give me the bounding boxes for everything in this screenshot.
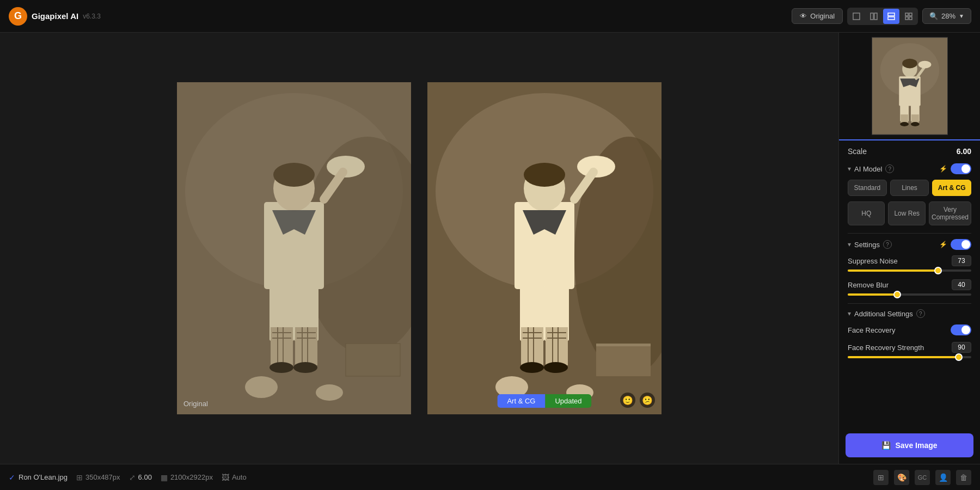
- svg-rect-8: [909, 17, 912, 20]
- ai-model-row2: HQ Low Res Very Compressed: [848, 201, 971, 225]
- face-icons: 🙂 😕: [620, 393, 655, 408]
- color-button[interactable]: 🎨: [894, 470, 909, 485]
- suppress-noise-label: Suppress Noise: [848, 257, 898, 265]
- ai-model-help-button[interactable]: ?: [885, 164, 894, 173]
- output-icon: ▦: [161, 473, 168, 482]
- model-lowres-button[interactable]: Low Res: [888, 201, 925, 225]
- auto-stat: 🖼 Auto: [222, 473, 247, 482]
- zoom-chevron-icon: ▼: [959, 13, 964, 19]
- eye-icon: 👁: [800, 12, 807, 20]
- single-view-icon: [853, 13, 860, 20]
- svg-rect-5: [905, 13, 908, 16]
- model-hq-button[interactable]: HQ: [848, 201, 885, 225]
- settings-chevron-icon: ▾: [848, 241, 851, 248]
- face-recovery-strength-thumb[interactable]: [955, 353, 963, 361]
- svg-point-68: [902, 59, 917, 69]
- thumbnail-area: [839, 33, 980, 140]
- ai-model-toggle[interactable]: [951, 163, 971, 174]
- original-button[interactable]: 👁 Original: [792, 8, 843, 24]
- save-icon: 💾: [881, 441, 891, 450]
- svg-rect-62: [596, 344, 651, 346]
- additional-settings-header[interactable]: ▾ Additional Settings ?: [848, 309, 971, 318]
- remove-blur-value[interactable]: 40: [952, 279, 971, 290]
- model-verycompressed-button[interactable]: Very Compressed: [929, 201, 971, 225]
- main-content: Original: [0, 33, 980, 464]
- view-quad-button[interactable]: [901, 9, 917, 24]
- suppress-noise-thumb[interactable]: [934, 267, 942, 274]
- output-size: 2100x2922px: [170, 473, 213, 481]
- scale-label: Scale: [848, 147, 867, 156]
- suppress-noise-value[interactable]: 73: [952, 255, 971, 266]
- svg-rect-37: [177, 82, 411, 414]
- scale-value: 6.00: [957, 147, 971, 156]
- app-logo: G: [9, 7, 27, 26]
- face-recovery-strength-value[interactable]: 90: [952, 342, 971, 353]
- person-button[interactable]: 👤: [935, 470, 951, 485]
- logo-area: G Gigapixel AI v6.3.3: [9, 7, 101, 26]
- settings-toggle[interactable]: [951, 239, 971, 250]
- divider-2: [848, 303, 971, 304]
- model-standard-button[interactable]: Standard: [848, 180, 887, 196]
- model-artcg-button[interactable]: Art & CG: [932, 180, 971, 196]
- face-recovery-strength-track[interactable]: [848, 356, 971, 358]
- split-v-icon: [887, 13, 895, 20]
- original-size: 350x487px: [85, 473, 120, 481]
- scale-stat-value: 6.00: [138, 473, 152, 481]
- settings-help-button[interactable]: ?: [883, 240, 892, 249]
- ai-model-lightning-icon: ⚡: [939, 165, 947, 173]
- divider-1: [848, 233, 971, 234]
- scale-stat: ⤢ 6.00: [129, 473, 152, 482]
- original-image-panel: Original: [177, 82, 411, 414]
- bottom-action-icons: ⊞ 🎨 GC 👤 🗑: [873, 470, 971, 485]
- face-recovery-toggle[interactable]: [951, 324, 971, 335]
- images-container: Original: [166, 33, 672, 464]
- face-icon-sad[interactable]: 😕: [640, 393, 655, 408]
- remove-blur-track[interactable]: [848, 293, 971, 296]
- zoom-button[interactable]: 🔍 28% ▼: [922, 8, 971, 24]
- additional-settings-help-button[interactable]: ?: [916, 309, 925, 318]
- remove-blur-fill: [848, 293, 897, 296]
- remove-blur-label: Remove Blur: [848, 281, 889, 289]
- remove-blur-thumb[interactable]: [893, 291, 901, 298]
- view-split-h-button[interactable]: [866, 9, 882, 24]
- check-icon: ✓: [9, 473, 15, 482]
- filename: Ron O'Lean.jpg: [19, 473, 68, 481]
- model-badge: Art & CG Updated: [497, 394, 591, 408]
- scale-row: Scale 6.00: [848, 147, 971, 156]
- zoom-in-icon: 🔍: [929, 12, 938, 20]
- gc-button[interactable]: GC: [915, 470, 930, 485]
- suppress-noise-fill: [848, 270, 938, 272]
- grid-view-button[interactable]: ⊞: [873, 470, 889, 485]
- save-image-button[interactable]: 💾 Save Image: [846, 433, 973, 457]
- suppress-noise-track[interactable]: [848, 270, 971, 272]
- zoom-label: 28%: [941, 12, 955, 20]
- svg-rect-2: [874, 13, 877, 20]
- svg-point-43: [524, 163, 565, 187]
- additional-settings-label: Additional Settings: [854, 310, 913, 318]
- original-label: Original: [183, 400, 208, 408]
- auto-icon: 🖼: [222, 473, 229, 482]
- model-lines-button[interactable]: Lines: [890, 180, 929, 196]
- svg-point-59: [520, 362, 544, 373]
- image-area: Original: [0, 33, 838, 464]
- svg-rect-3: [888, 13, 895, 16]
- view-split-v-button[interactable]: [883, 9, 899, 24]
- thumbnail-svg: [872, 38, 947, 134]
- settings-area: Scale 6.00 ▾ AI Model ? ⚡ Standard Lines…: [839, 140, 980, 427]
- output-size-stat: ▦ 2100x2922px: [161, 473, 213, 482]
- remove-blur-label-row: Remove Blur 40: [848, 279, 971, 290]
- view-single-button[interactable]: [848, 9, 865, 24]
- topbar: G Gigapixel AI v6.3.3 👁 Original 🔍 28%: [0, 0, 980, 33]
- dimensions-icon: ⊞: [76, 473, 83, 482]
- face-recovery-strength-label: Face Recovery Strength: [848, 344, 924, 352]
- face-icon-happy[interactable]: 🙂: [620, 393, 635, 408]
- delete-button[interactable]: 🗑: [956, 470, 971, 485]
- suppress-noise-label-row: Suppress Noise 73: [848, 255, 971, 266]
- svg-point-60: [544, 362, 568, 373]
- app-version: v6.3.3: [83, 13, 101, 20]
- split-h-icon: [870, 13, 878, 20]
- svg-rect-4: [888, 17, 895, 20]
- enhanced-image-panel: Art & CG Updated 🙂 😕: [427, 82, 661, 414]
- original-photo-svg: [177, 82, 411, 414]
- suppress-noise-row: Suppress Noise 73: [848, 255, 971, 272]
